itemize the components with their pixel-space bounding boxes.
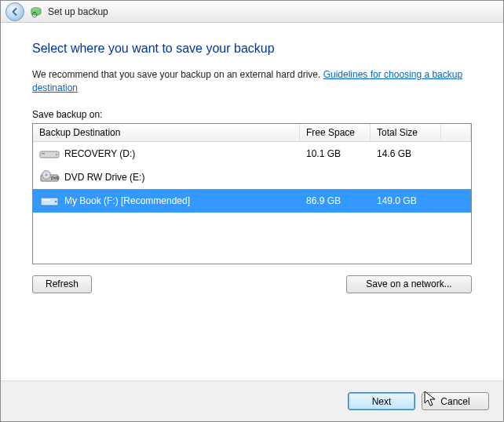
wizard-footer: Next Cancel	[1, 380, 503, 421]
drive-icon	[39, 193, 60, 209]
content-area: Select where you want to save your backu…	[1, 23, 503, 380]
col-header-free-space[interactable]: Free Space	[300, 124, 371, 141]
table-body: RECOVERY (D:)10.1 GB14.6 GBDVDDVD RW Dri…	[33, 142, 471, 213]
page-heading: Select where you want to save your backu…	[32, 42, 472, 56]
svg-text:DVD: DVD	[51, 176, 60, 180]
svg-point-6	[46, 173, 47, 175]
free-space-cell: 86.9 GB	[300, 195, 371, 206]
svg-rect-9	[42, 199, 50, 201]
refresh-button[interactable]: Refresh	[32, 275, 92, 293]
recommend-prefix: We recommend that you save your backup o…	[32, 69, 323, 80]
total-size-cell: 14.6 GB	[371, 148, 441, 159]
destination-name: RECOVERY (D:)	[64, 148, 135, 159]
drive-icon	[39, 146, 60, 162]
destination-name: My Book (F:) [Recommended]	[64, 195, 190, 206]
cancel-button[interactable]: Cancel	[422, 392, 489, 410]
backup-wizard-window: Set up backup Select where you want to s…	[0, 0, 504, 422]
back-button[interactable]	[5, 2, 24, 21]
recommend-text: We recommend that you save your backup o…	[32, 68, 472, 95]
col-header-destination[interactable]: Backup Destination	[33, 124, 300, 141]
svg-point-3	[56, 154, 57, 155]
save-backup-label: Save backup on:	[32, 109, 472, 120]
col-header-total-size[interactable]: Total Size	[371, 124, 441, 141]
next-button[interactable]: Next	[348, 392, 415, 410]
table-button-row: Refresh Save on a network...	[32, 275, 472, 293]
table-row[interactable]: RECOVERY (D:)10.1 GB14.6 GB	[33, 142, 471, 166]
table-header: Backup Destination Free Space Total Size	[33, 124, 471, 142]
total-size-cell: 149.0 GB	[371, 195, 441, 206]
drive-icon: DVD	[39, 169, 60, 185]
col-header-extra	[441, 124, 471, 141]
backup-app-icon	[29, 5, 43, 19]
table-row[interactable]: DVDDVD RW Drive (E:)	[33, 166, 471, 189]
svg-point-10	[55, 200, 57, 202]
save-on-network-button[interactable]: Save on a network...	[346, 275, 472, 293]
table-row[interactable]: My Book (F:) [Recommended]86.9 GB149.0 G…	[33, 189, 471, 213]
destination-name: DVD RW Drive (E:)	[64, 172, 144, 183]
destination-table: Backup Destination Free Space Total Size…	[32, 123, 472, 264]
titlebar: Set up backup	[1, 1, 503, 23]
svg-rect-2	[42, 153, 45, 155]
free-space-cell: 10.1 GB	[300, 148, 371, 159]
window-title: Set up backup	[48, 6, 108, 17]
